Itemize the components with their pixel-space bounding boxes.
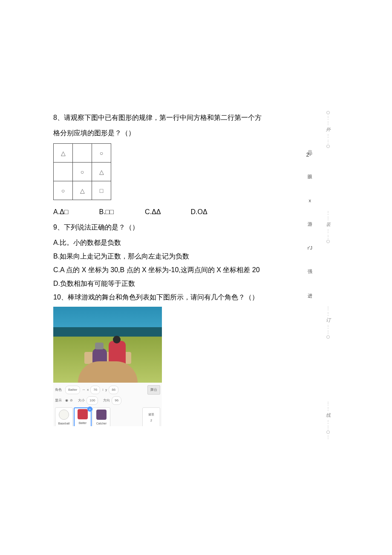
margin-annotations: 品 眼 x 游 r'J 强 进 bbox=[308, 149, 312, 299]
eye-icon: ◉ bbox=[65, 397, 68, 404]
binding-segment: 装 bbox=[326, 210, 331, 243]
updown-arrow-icon: ↕ bbox=[102, 386, 104, 393]
sky-background bbox=[53, 307, 162, 327]
binding-segment: 外 bbox=[326, 111, 331, 148]
batter-icon bbox=[78, 409, 88, 419]
backdrop-panel: 背景 2 bbox=[142, 407, 160, 426]
circle-icon bbox=[326, 111, 330, 114]
q8-option-b: B.□□ bbox=[99, 205, 145, 219]
q9-option-b: B.如果向上走记为正数，那么向左走记为负数 bbox=[53, 250, 292, 263]
q8-option-d: D.OΔ bbox=[191, 205, 237, 219]
dots-icon bbox=[326, 234, 330, 239]
margin-char: 游 bbox=[308, 221, 312, 227]
q9-option-d: D.负数相加有可能等于正数 bbox=[53, 277, 292, 291]
dots-icon bbox=[326, 139, 330, 144]
direction-label: 方向 bbox=[103, 397, 110, 404]
q9-text: 9、下列说法正确的是？（） bbox=[53, 221, 292, 234]
stage-label: 舞台 bbox=[147, 385, 160, 395]
dots-icon bbox=[326, 229, 330, 233]
scratch-sprite-panel: 角色 Batter ↔ x 76 ↕ y 86 舞台 显示 ◉ ⊘ 大小 100… bbox=[53, 383, 162, 426]
grid-cell: △ bbox=[73, 181, 92, 200]
sprite-label: Baseball bbox=[58, 421, 70, 426]
close-badge-icon: × bbox=[87, 407, 92, 412]
scratch-stage-screenshot: 角色 Batter ↔ x 76 ↕ y 86 舞台 显示 ◉ ⊘ 大小 100… bbox=[53, 307, 162, 426]
y-label: y bbox=[105, 386, 107, 393]
y-value: 86 bbox=[109, 386, 118, 394]
size-value: 100 bbox=[86, 396, 98, 405]
margin-char: 眼 bbox=[308, 174, 312, 180]
margin-char: r'J bbox=[308, 245, 312, 250]
backdrop-label: 背景 bbox=[148, 412, 154, 418]
grid-cell: ○ bbox=[92, 144, 111, 163]
dots-icon bbox=[326, 115, 330, 120]
direction-value: 96 bbox=[112, 396, 121, 405]
dots-icon bbox=[326, 407, 330, 411]
baseball-icon bbox=[59, 410, 69, 420]
sprite-label: Batter bbox=[79, 420, 87, 426]
q8-pattern-grid: △ ○ ○ △ ○ △ □ bbox=[53, 143, 111, 200]
eye-off-icon: ⊘ bbox=[70, 397, 73, 404]
q8-options: A.Δ□ B.□□ C.ΔΔ D.OΔ bbox=[53, 205, 236, 219]
margin-char: 进 bbox=[308, 293, 312, 299]
role-name-value: Batter bbox=[65, 386, 80, 394]
q8-text-line1: 8、请观察下图中已有图形的规律，第一行中间方格和第二行第一个方 bbox=[53, 111, 292, 125]
binding-char: 线 bbox=[326, 412, 331, 418]
margin-char: 品 bbox=[308, 149, 312, 156]
main-content: 8、请观察下图中已有图形的规律，第一行中间方格和第二行第一个方 格分别应填的图形… bbox=[53, 111, 292, 426]
margin-char: x bbox=[309, 198, 311, 203]
sprite-info-row2: 显示 ◉ ⊘ 大小 100 方向 96 bbox=[55, 395, 160, 406]
table-row: △ ○ bbox=[54, 144, 111, 163]
x-value: 76 bbox=[90, 386, 100, 394]
dots-icon bbox=[326, 435, 330, 439]
table-row: ○ △ bbox=[54, 163, 111, 181]
binding-line: 外 装 订 线 bbox=[317, 111, 339, 439]
stands-background bbox=[53, 327, 162, 337]
q9-option-c: C.A 点的 X 坐标为 30,B 点的 X 坐标为-10,这两点间的 X 坐标… bbox=[53, 263, 292, 277]
pitcher-mound bbox=[78, 361, 138, 383]
binding-char: 外 bbox=[326, 126, 331, 133]
circle-icon bbox=[326, 335, 330, 339]
dots-icon bbox=[326, 324, 330, 329]
right-margin: 品 眼 x 游 r'J 强 进 外 装 订 bbox=[296, 111, 339, 439]
grid-cell: ○ bbox=[73, 163, 92, 181]
dots-icon bbox=[326, 216, 330, 221]
x-label: x bbox=[87, 386, 89, 393]
table-row: ○ △ □ bbox=[54, 181, 111, 200]
dots-icon bbox=[326, 306, 330, 311]
binding-segment: 线 bbox=[326, 401, 331, 439]
binding-char: 装 bbox=[326, 221, 331, 228]
grid-cell bbox=[73, 144, 92, 163]
dots-icon bbox=[326, 121, 330, 125]
role-label: 角色 bbox=[55, 386, 63, 393]
sprite-label: Catcher bbox=[96, 421, 107, 426]
q8-option-c: C.ΔΔ bbox=[145, 205, 191, 219]
double-arrow-icon: ↔ bbox=[82, 386, 85, 393]
margin-char: 强 bbox=[308, 268, 312, 275]
grid-cell bbox=[54, 163, 73, 181]
binding-char: 订 bbox=[326, 317, 331, 323]
dots-icon bbox=[326, 210, 330, 215]
grid-cell: ○ bbox=[54, 181, 73, 200]
dots-icon bbox=[326, 330, 330, 334]
catcher-icon bbox=[96, 410, 107, 420]
circle-icon bbox=[326, 430, 330, 434]
dots-icon bbox=[326, 419, 330, 424]
dots-icon bbox=[326, 425, 330, 430]
q10-text: 10、棒球游戏的舞台和角色列表如下图所示，请问有几个角色？（） bbox=[53, 291, 292, 304]
binding-segment: 订 bbox=[326, 306, 331, 339]
backdrop-count: 2 bbox=[150, 418, 152, 424]
grid-cell: △ bbox=[54, 144, 73, 163]
sprite-baseball: Baseball bbox=[55, 407, 73, 426]
circle-icon bbox=[326, 240, 330, 243]
q9-option-a: A.比。小的数都是负数 bbox=[53, 236, 292, 250]
size-label: 大小 bbox=[78, 397, 85, 404]
dots-icon bbox=[326, 401, 330, 406]
q8-option-a: A.Δ□ bbox=[53, 205, 99, 219]
dots-icon bbox=[326, 311, 330, 316]
circle-icon bbox=[326, 145, 330, 148]
show-label: 显示 bbox=[55, 397, 63, 404]
sprite-batter: × Batter bbox=[74, 407, 92, 426]
sprite-list: Baseball × Batter Catcher 背景 2 bbox=[55, 407, 160, 426]
q8-text-line2: 格分别应填的图形是？（） bbox=[53, 126, 292, 140]
sprite-catcher: Catcher bbox=[92, 407, 110, 426]
